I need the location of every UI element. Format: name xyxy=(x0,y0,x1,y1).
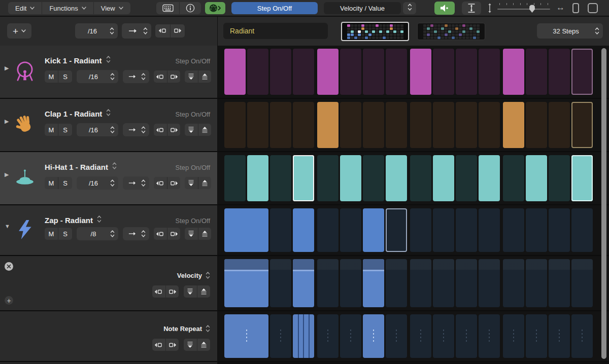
step-15[interactable] xyxy=(571,208,593,252)
step-7[interactable] xyxy=(363,102,384,148)
increment-values-button[interactable] xyxy=(198,177,212,189)
step-6[interactable] xyxy=(340,49,361,95)
row-playmode-stepper[interactable] xyxy=(123,70,149,83)
close-subrow-button[interactable] xyxy=(5,262,13,271)
expand-row-triangle[interactable]: ▶ xyxy=(5,118,9,125)
row-playmode-stepper[interactable] xyxy=(123,123,149,136)
decrement-values-button[interactable] xyxy=(185,228,198,240)
step-7[interactable] xyxy=(363,155,384,201)
velocity-step-5[interactable] xyxy=(340,259,361,307)
expand-row-triangle[interactable]: ▶ xyxy=(5,171,9,178)
mute-button[interactable]: M xyxy=(45,177,58,189)
velocity-step-11[interactable] xyxy=(479,259,500,307)
pattern-name-field[interactable]: Radiant xyxy=(223,23,328,39)
step-9[interactable] xyxy=(433,208,454,252)
track-name-stepper[interactable] xyxy=(106,108,111,119)
step-12[interactable] xyxy=(479,49,500,95)
step-16[interactable] xyxy=(571,155,593,201)
step-16[interactable] xyxy=(571,49,593,95)
step-6[interactable] xyxy=(340,102,361,148)
step-3[interactable] xyxy=(293,208,314,252)
step-5[interactable] xyxy=(340,208,361,252)
note-repeat-step-8[interactable] xyxy=(410,314,431,358)
velocity-step-2[interactable] xyxy=(270,259,291,307)
panel-wide-icon[interactable] xyxy=(588,3,598,13)
track-name[interactable]: Zap - Radiant xyxy=(45,216,93,225)
pattern-thumbnail-selected[interactable] xyxy=(341,22,409,41)
rotate-left-button[interactable] xyxy=(154,228,167,240)
note-repeat-step-7[interactable] xyxy=(386,314,407,358)
slider-thumb[interactable] xyxy=(529,5,535,13)
step-1[interactable] xyxy=(224,102,246,148)
track-name[interactable]: Kick 1 - Radiant xyxy=(45,56,102,65)
step-15[interactable] xyxy=(549,102,570,148)
rotate-right-button[interactable] xyxy=(166,285,179,298)
step-11[interactable] xyxy=(479,208,500,252)
rotate-right-button[interactable] xyxy=(167,70,181,83)
row-rate-stepper[interactable]: /16 xyxy=(77,123,118,136)
note-repeat-step-9[interactable] xyxy=(433,314,454,358)
rotate-right-button[interactable] xyxy=(171,24,185,38)
step-2[interactable] xyxy=(247,49,268,95)
rotate-left-button[interactable] xyxy=(154,124,167,136)
panel-narrow-icon[interactable] xyxy=(572,3,579,13)
step-9[interactable] xyxy=(410,102,431,148)
rotate-right-button[interactable] xyxy=(167,177,181,189)
velocity-step-4[interactable] xyxy=(317,259,339,307)
step-3[interactable] xyxy=(270,49,291,95)
step-11[interactable] xyxy=(456,102,477,148)
pattern-thumbnail[interactable] xyxy=(417,23,485,40)
velocity-step-1[interactable] xyxy=(224,259,268,307)
step-4[interactable] xyxy=(293,102,314,148)
rotate-right-button[interactable] xyxy=(167,228,181,240)
velocity-step-8[interactable] xyxy=(410,259,431,307)
step-13[interactable] xyxy=(503,102,524,148)
step-3[interactable] xyxy=(270,102,291,148)
increment-values-button[interactable] xyxy=(198,70,212,83)
velocity-step-14[interactable] xyxy=(549,259,570,307)
solo-button[interactable]: S xyxy=(58,70,72,83)
collapse-row-triangle[interactable]: ▼ xyxy=(5,223,10,229)
step-10[interactable] xyxy=(433,102,454,148)
velocity-step-9[interactable] xyxy=(433,259,454,307)
step-15[interactable] xyxy=(549,155,570,201)
increment-values-button[interactable] xyxy=(198,124,212,136)
mute-button[interactable]: M xyxy=(45,70,58,83)
step-15[interactable] xyxy=(549,49,570,95)
note-repeat-step-10[interactable] xyxy=(456,314,477,358)
velocity-step-7[interactable] xyxy=(386,259,407,307)
row-rate-stepper[interactable]: /8 xyxy=(77,227,118,240)
virtual-keyboard-icon[interactable] xyxy=(156,2,180,14)
step-5[interactable] xyxy=(317,49,339,95)
step-12[interactable] xyxy=(503,208,524,252)
row-playmode-stepper[interactable] xyxy=(123,176,149,190)
step-2[interactable] xyxy=(247,155,268,201)
rotate-right-button[interactable] xyxy=(166,339,179,351)
velocity-step-6[interactable] xyxy=(363,259,384,307)
vertical-zoom-icon[interactable] xyxy=(462,2,481,15)
note-repeat-step-1[interactable] xyxy=(224,314,268,358)
note-repeat-step-14[interactable] xyxy=(549,314,570,358)
note-repeat-step-5[interactable] xyxy=(340,314,361,358)
step-10[interactable] xyxy=(433,155,454,201)
pattern-rate-stepper[interactable]: /16 xyxy=(75,23,118,39)
track-name[interactable]: Hi-Hat 1 - Radiant xyxy=(45,163,108,171)
note-repeat-step-11[interactable] xyxy=(479,314,500,358)
solo-button[interactable]: S xyxy=(58,124,72,136)
velocity-step-15[interactable] xyxy=(571,259,593,307)
rotate-left-button[interactable] xyxy=(155,24,171,38)
solo-button[interactable]: S xyxy=(58,228,72,240)
velocity-step-10[interactable] xyxy=(456,259,477,307)
note-repeat-step-3[interactable] xyxy=(293,314,314,358)
rotate-left-button[interactable] xyxy=(152,339,166,351)
add-row-button[interactable]: + xyxy=(7,23,31,39)
note-repeat-step-15[interactable] xyxy=(571,314,593,358)
note-repeat-step-6[interactable] xyxy=(363,314,384,358)
mute-button[interactable]: M xyxy=(45,124,58,136)
step-14[interactable] xyxy=(526,49,547,95)
track-name-stepper[interactable] xyxy=(97,215,101,225)
decrement-values-button[interactable] xyxy=(185,177,198,189)
step-14[interactable] xyxy=(526,155,547,201)
rotate-right-button[interactable] xyxy=(167,124,181,136)
note-repeat-step-2[interactable] xyxy=(270,314,291,358)
